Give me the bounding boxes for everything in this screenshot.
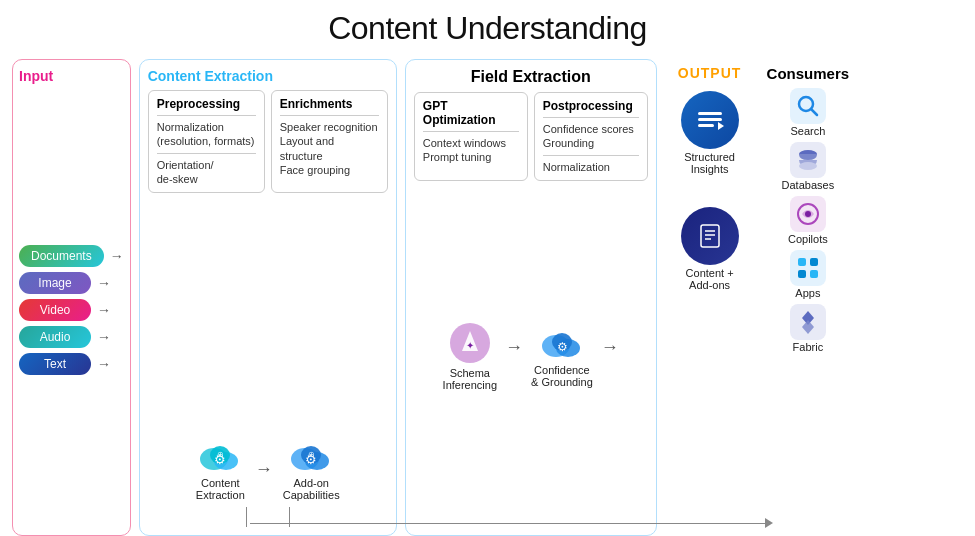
structured-insights-label: StructuredInsights xyxy=(684,151,735,175)
search-icon xyxy=(790,88,826,124)
flow-arrow-2: → xyxy=(505,337,523,358)
field-extraction-title: Field Extraction xyxy=(414,68,648,86)
content-extraction-section: Content Extraction Preprocessing Normali… xyxy=(139,59,397,536)
arrow-icon: → xyxy=(97,302,111,318)
arrow-icon: → xyxy=(110,248,124,264)
flow-arrow-3: → xyxy=(601,337,619,358)
insights-icon-svg xyxy=(694,104,726,136)
svg-point-28 xyxy=(799,162,817,170)
bottom-flow-arrowhead xyxy=(765,518,773,528)
svg-text:⚙: ⚙ xyxy=(556,340,567,354)
output-label: OUTPUT xyxy=(678,65,742,81)
fe-top-boxes: GPT Optimization Context windows Prompt … xyxy=(414,92,648,181)
ce-top-boxes: Preprocessing Normalization(resolution, … xyxy=(148,90,388,193)
gpt-opt-text2: Prompt tuning xyxy=(423,150,519,164)
gpt-opt-text1: Context windows xyxy=(423,136,519,150)
fabric-icon-svg xyxy=(794,308,822,336)
consumer-databases: Databases xyxy=(782,142,835,191)
enrichments-box: Enrichments Speaker recognition Layout a… xyxy=(271,90,388,193)
addon-capabilities-icon-group: ⚙ ⊕ Add-onCapabilities xyxy=(283,437,340,501)
confidence-grounding-group: ⚙ Confidence& Grounding xyxy=(531,324,593,388)
svg-rect-32 xyxy=(810,258,818,266)
consumer-search: Search xyxy=(790,88,826,137)
confidence-grounding-label: Confidence& Grounding xyxy=(531,364,593,388)
field-extraction-section: Field Extraction GPT Optimization Contex… xyxy=(405,59,657,536)
output-items: StructuredInsights Content +Add-ons xyxy=(681,91,739,291)
text-pill: Text xyxy=(19,353,91,375)
video-pill: Video xyxy=(19,299,91,321)
content-addons-group: Content +Add-ons xyxy=(681,207,739,291)
cloud-addon-icon: ⚙ ⊕ xyxy=(287,437,335,475)
postprocessing-title: Postprocessing xyxy=(543,99,639,113)
databases-label: Databases xyxy=(782,179,835,191)
copilots-icon xyxy=(790,196,826,232)
list-item: Text → xyxy=(19,353,124,375)
copilots-icon-svg xyxy=(794,200,822,228)
svg-line-26 xyxy=(811,109,817,115)
addon-capabilities-icon-label: Add-onCapabilities xyxy=(283,477,340,501)
svg-text:⊕: ⊕ xyxy=(217,450,224,459)
search-label: Search xyxy=(790,125,825,137)
postprocessing-box: Postprocessing Confidence scores Groundi… xyxy=(534,92,648,181)
documents-pill: Documents xyxy=(19,245,104,267)
copilots-label: Copilots xyxy=(788,233,828,245)
page: Content Understanding Input Documents → … xyxy=(0,0,975,536)
schema-inferencing-group: ✦ SchemaInferencing xyxy=(443,321,497,391)
consumers-title: Consumers xyxy=(767,65,850,82)
apps-icon xyxy=(790,250,826,286)
structured-insights-group: StructuredInsights xyxy=(681,91,739,175)
consumer-items: Search Databases xyxy=(782,88,835,353)
arrow-icon: → xyxy=(97,329,111,345)
apps-icon-svg xyxy=(794,254,822,282)
enrichments-text3: Face grouping xyxy=(280,163,379,177)
input-section: Input Documents → Image → Video → Audio … xyxy=(12,59,131,536)
svg-rect-31 xyxy=(798,258,806,266)
confidence-cloud-icon: ⚙ xyxy=(538,324,586,362)
enrichments-text: Speaker recognition xyxy=(280,120,379,134)
databases-icon-svg xyxy=(794,146,822,174)
content-addons-icon xyxy=(681,207,739,265)
apps-label: Apps xyxy=(795,287,820,299)
audio-pill: Audio xyxy=(19,326,91,348)
list-item: Image → xyxy=(19,272,124,294)
svg-marker-20 xyxy=(718,122,724,130)
ce-bottom: ⚙ ⊕ ContentExtraction → ⚙ ⊕ xyxy=(148,201,388,527)
main-diagram: Input Documents → Image → Video → Audio … xyxy=(12,59,963,536)
fe-bottom: ✦ SchemaInferencing → ⚙ Confidence& Grou… xyxy=(414,189,648,527)
gpt-opt-title: GPT Optimization xyxy=(423,99,519,127)
content-extraction-icon-label: ContentExtraction xyxy=(196,477,245,501)
schema-icon-label: SchemaInferencing xyxy=(443,367,497,391)
bottom-flow-line xyxy=(250,523,765,524)
list-item: Video → xyxy=(19,299,124,321)
page-title: Content Understanding xyxy=(328,10,647,47)
content-addons-label: Content +Add-ons xyxy=(686,267,734,291)
svg-text:✦: ✦ xyxy=(466,340,474,351)
svg-rect-17 xyxy=(698,112,722,115)
content-extraction-icon-group: ⚙ ⊕ ContentExtraction xyxy=(196,437,245,501)
consumer-fabric: Fabric xyxy=(790,304,826,353)
svg-text:⊕: ⊕ xyxy=(308,450,315,459)
svg-rect-21 xyxy=(701,225,719,247)
gpt-optimization-box: GPT Optimization Context windows Prompt … xyxy=(414,92,528,181)
preprocessing-text: Normalization(resolution, formats) xyxy=(157,120,256,149)
postprocessing-text3: Normalization xyxy=(543,160,639,174)
svg-marker-36 xyxy=(802,320,814,334)
svg-rect-34 xyxy=(810,270,818,278)
image-pill: Image xyxy=(19,272,91,294)
arrow-icon: → xyxy=(97,275,111,291)
input-items: Documents → Image → Video → Audio → Text xyxy=(19,92,124,527)
list-item: Audio → xyxy=(19,326,124,348)
consumer-apps: Apps xyxy=(790,250,826,299)
postprocessing-text2: Grounding xyxy=(543,136,639,150)
list-item: Documents → xyxy=(19,245,124,267)
arrow-icon: → xyxy=(97,356,111,372)
flow-arrow: → xyxy=(255,459,273,480)
search-icon-svg xyxy=(794,92,822,120)
fabric-icon xyxy=(790,304,826,340)
output-section: OUTPUT StructuredInsights xyxy=(665,59,755,536)
enrichments-text2: Layout and structure xyxy=(280,134,379,163)
structured-insights-icon xyxy=(681,91,739,149)
svg-rect-33 xyxy=(798,270,806,278)
ce-icons-row: ⚙ ⊕ ContentExtraction → ⚙ ⊕ xyxy=(196,437,340,501)
svg-rect-19 xyxy=(698,124,714,127)
